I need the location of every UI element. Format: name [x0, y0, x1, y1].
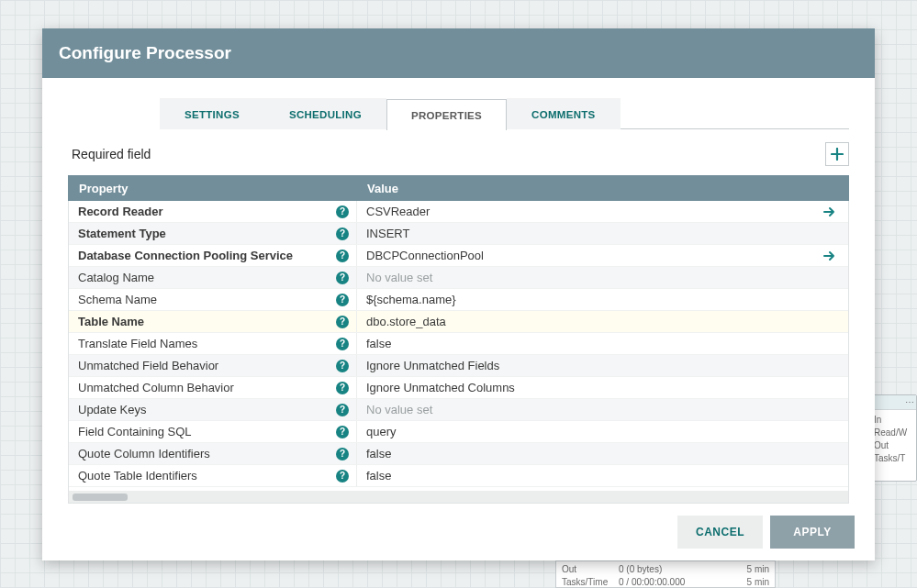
property-name: Database Connection Pooling Service — [78, 249, 329, 262]
dialog-title: Configure Processor — [59, 43, 231, 63]
value-column-header: Value — [356, 182, 849, 195]
property-value[interactable]: query — [366, 425, 839, 438]
bg-out-label: Out — [562, 563, 619, 576]
goto-service-button[interactable] — [821, 203, 839, 221]
configure-processor-dialog: Configure Processor SETTINGSSCHEDULINGPR… — [42, 28, 875, 560]
property-name: Statement Type — [78, 227, 329, 240]
property-name: Unmatched Column Behavior — [78, 381, 329, 394]
help-icon[interactable]: ? — [336, 382, 349, 394]
dialog-header: Configure Processor — [42, 28, 875, 78]
help-icon[interactable]: ? — [336, 404, 349, 416]
stat-tt: Tasks/T — [874, 452, 914, 465]
property-name: Field Containing SQL — [78, 425, 329, 438]
table-row[interactable]: Unmatched Field Behavior?Ignore Unmatche… — [69, 355, 848, 377]
bg-out-value: 0 (0 bytes) — [619, 563, 742, 576]
help-icon[interactable]: ? — [336, 294, 349, 306]
table-row[interactable]: Unmatched Column Behavior?Ignore Unmatch… — [69, 377, 848, 399]
property-value[interactable]: Ignore Unmatched Columns — [366, 381, 839, 394]
property-value[interactable]: DBCPConnectionPool — [366, 249, 813, 262]
bg-taskstime-label: Tasks/Time — [562, 576, 619, 588]
property-name: Schema Name — [78, 293, 329, 306]
bg-taskstime-value: 0 / 00:00:00.000 — [619, 576, 742, 588]
property-name: Translate Field Names — [78, 337, 329, 350]
required-field-label: Required field — [72, 147, 151, 161]
property-value[interactable]: No value set — [366, 403, 839, 416]
table-row[interactable]: Quote Column Identifiers?false — [69, 443, 848, 465]
table-row[interactable]: Statement Type?INSERT — [69, 223, 848, 245]
bg-taskstime-time: 5 min — [742, 576, 769, 588]
property-name: Record Reader — [78, 205, 329, 218]
property-column-header: Property — [68, 182, 356, 195]
help-icon[interactable]: ? — [336, 470, 349, 483]
stat-rw: Read/W — [874, 427, 914, 439]
property-name: Catalog Name — [78, 271, 329, 284]
property-value[interactable]: CSVReader — [366, 205, 813, 218]
cancel-button[interactable]: CANCEL — [677, 516, 763, 549]
goto-icon — [823, 205, 836, 218]
help-icon[interactable]: ? — [336, 426, 349, 438]
stat-out: Out — [874, 439, 914, 452]
table-row[interactable]: Quote Table Identifiers?false — [69, 465, 848, 487]
help-icon[interactable]: ? — [336, 360, 349, 372]
tab-settings[interactable]: SETTINGS — [160, 98, 264, 129]
tab-properties[interactable]: PROPERTIES — [386, 99, 507, 130]
property-name: Quote Column Identifiers — [78, 447, 329, 460]
property-value[interactable]: false — [366, 469, 839, 483]
property-table: Property Value Record Reader?CSVReaderSt… — [68, 175, 849, 504]
dialog-tabs: SETTINGSSCHEDULINGPROPERTIESCOMMENTS — [160, 98, 849, 129]
property-value[interactable]: false — [366, 337, 839, 350]
table-row[interactable]: Update Keys?No value set — [69, 399, 848, 421]
property-name: Unmatched Field Behavior — [78, 359, 329, 372]
help-icon[interactable]: ? — [336, 338, 349, 350]
table-horizontal-scrollbar[interactable] — [68, 491, 849, 504]
tab-scheduling[interactable]: SCHEDULING — [264, 98, 386, 129]
property-value[interactable]: ${schema.name} — [366, 293, 839, 306]
table-row[interactable]: Field Containing SQL?query — [69, 421, 848, 443]
apply-button[interactable]: APPLY — [770, 516, 855, 549]
background-processor-card: ⋯ In Read/W Out Tasks/T — [871, 394, 917, 482]
property-value[interactable]: No value set — [366, 271, 839, 284]
table-row[interactable]: Catalog Name?No value set — [69, 267, 848, 289]
add-property-button[interactable] — [825, 142, 849, 166]
plus-icon — [831, 148, 844, 161]
background-processor-stats: Out 0 (0 bytes) 5 min Tasks/Time 0 / 00:… — [555, 560, 776, 588]
help-icon[interactable]: ? — [336, 448, 349, 460]
goto-service-button[interactable] — [821, 247, 839, 265]
tab-comments[interactable]: COMMENTS — [507, 98, 620, 129]
table-row[interactable]: Table Name?dbo.store_data — [69, 311, 848, 333]
table-row[interactable]: Translate Field Names?false — [69, 333, 848, 355]
table-row[interactable]: Record Reader?CSVReader — [69, 201, 848, 223]
property-value[interactable]: dbo.store_data — [366, 315, 839, 328]
help-icon[interactable]: ? — [336, 250, 349, 262]
bg-out-time: 5 min — [742, 563, 769, 576]
help-icon[interactable]: ? — [336, 227, 349, 240]
property-value[interactable]: false — [366, 447, 839, 460]
property-value[interactable]: Ignore Unmatched Fields — [366, 359, 839, 372]
property-value[interactable]: INSERT — [366, 227, 839, 240]
help-icon[interactable]: ? — [336, 316, 349, 328]
help-icon[interactable]: ? — [336, 272, 349, 284]
property-name: Quote Table Identifiers — [78, 469, 329, 483]
property-name: Table Name — [78, 315, 329, 328]
goto-icon — [823, 250, 836, 262]
table-row[interactable]: Database Connection Pooling Service?DBCP… — [69, 245, 848, 267]
table-row[interactable]: Schema Name?${schema.name} — [69, 289, 848, 311]
property-name: Update Keys — [78, 403, 329, 416]
stat-in: In — [874, 414, 914, 427]
help-icon[interactable]: ? — [336, 205, 349, 218]
